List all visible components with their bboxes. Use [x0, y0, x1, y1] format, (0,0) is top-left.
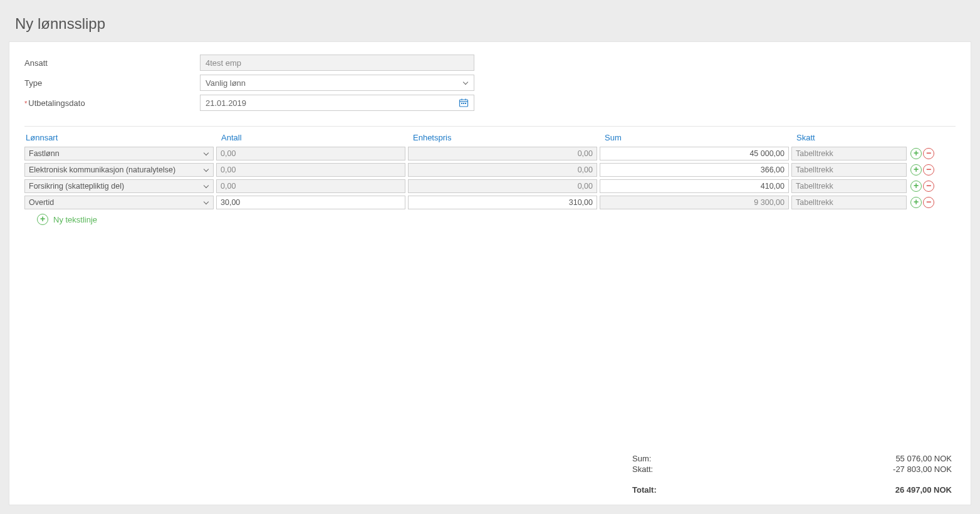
cell-lonnsart-value: Fastlønn	[29, 149, 60, 158]
row-actions: +−	[910, 181, 934, 192]
cell-lonnsart-select[interactable]: Elektronisk kommunikasjon (naturalytelse…	[24, 163, 214, 177]
cell-skatt: Tabelltrekk	[791, 147, 907, 160]
table-row: Forsikring (skattepliktig del)0,000,0041…	[24, 179, 956, 194]
remove-row-button[interactable]: −	[923, 181, 934, 192]
svg-rect-6	[465, 103, 466, 104]
add-row-button[interactable]: +	[910, 148, 922, 159]
header-antall: Antall	[216, 133, 408, 142]
row-date: *Utbetalingsdato 21.01.2019	[24, 95, 956, 111]
chevron-down-icon	[203, 167, 209, 173]
cell-antall: 0,00	[216, 179, 405, 193]
cell-sum[interactable]: 410,00	[600, 179, 789, 193]
add-row-button[interactable]: +	[910, 164, 922, 176]
cell-antall: 0,00	[216, 147, 405, 160]
label-type: Type	[24, 78, 200, 88]
total-skatt-value: -27 803,00 NOK	[893, 464, 952, 474]
add-row-button[interactable]: +	[910, 181, 922, 192]
required-asterisk: *	[24, 100, 27, 107]
total-totalt-value: 26 497,00 NOK	[895, 485, 952, 495]
label-ansatt: Ansatt	[24, 58, 200, 68]
cell-enhetspris[interactable]: 310,00	[408, 196, 597, 209]
row-actions: +−	[910, 148, 934, 159]
grid-header: Lønnsart Antall Enhetspris Sum Skatt	[24, 133, 956, 146]
header-enhetspris: Enhetspris	[408, 133, 600, 142]
cell-enhetspris: 0,00	[408, 179, 597, 193]
cell-skatt: Tabelltrekk	[791, 179, 907, 193]
input-date-value: 21.01.2019	[206, 98, 246, 108]
table-row: Fastlønn0,000,0045 000,00Tabelltrekk+−	[24, 146, 956, 161]
total-sum-line: Sum: 55 076,00 NOK	[632, 454, 952, 463]
header-skatt: Skatt	[791, 133, 908, 142]
row-ansatt: Ansatt 4test emp	[24, 55, 956, 71]
row-type: Type Vanlig lønn	[24, 75, 956, 91]
add-row-button[interactable]: +	[910, 197, 922, 208]
select-type-value: Vanlig lønn	[206, 78, 246, 88]
select-type[interactable]: Vanlig lønn	[200, 75, 474, 91]
total-skatt-label: Skatt:	[632, 464, 653, 474]
divider	[24, 126, 956, 127]
remove-row-button[interactable]: −	[923, 197, 934, 208]
input-ansatt-value: 4test emp	[206, 58, 241, 68]
totals-block: Sum: 55 076,00 NOK Skatt: -27 803,00 NOK…	[24, 454, 956, 496]
cell-lonnsart-value: Overtid	[29, 198, 54, 207]
input-ansatt[interactable]: 4test emp	[200, 55, 474, 71]
cell-sum[interactable]: 366,00	[600, 163, 789, 177]
grid-body: Fastlønn0,000,0045 000,00Tabelltrekk+−El…	[24, 146, 956, 210]
total-sum-label: Sum:	[632, 454, 651, 463]
input-date[interactable]: 21.01.2019	[200, 95, 474, 111]
add-text-line-button[interactable]: + Ny tekstlinje	[24, 214, 956, 225]
chevron-down-icon	[203, 199, 209, 206]
payslip-panel: Ansatt 4test emp Type Vanlig lønn *Utbet…	[9, 41, 971, 505]
header-sum: Sum	[600, 133, 791, 142]
header-lonnsart: Lønnsart	[24, 133, 216, 142]
svg-rect-4	[461, 103, 462, 104]
chevron-down-icon	[462, 80, 469, 86]
label-date: *Utbetalingsdato	[24, 98, 200, 108]
table-row: Elektronisk kommunikasjon (naturalytelse…	[24, 162, 956, 177]
cell-skatt: Tabelltrekk	[791, 163, 907, 177]
cell-lonnsart-value: Elektronisk kommunikasjon (naturalytelse…	[29, 165, 175, 174]
cell-skatt: Tabelltrekk	[791, 196, 907, 209]
label-date-text: Utbetalingsdato	[28, 98, 85, 108]
cell-sum: 9 300,00	[600, 196, 789, 209]
cell-lonnsart-select[interactable]: Overtid	[24, 196, 214, 209]
cell-lonnsart-select[interactable]: Forsikring (skattepliktig del)	[24, 179, 214, 193]
remove-row-button[interactable]: −	[923, 164, 934, 176]
total-sum-value: 55 076,00 NOK	[895, 454, 952, 463]
remove-row-button[interactable]: −	[923, 148, 934, 159]
cell-antall: 0,00	[216, 163, 405, 177]
cell-lonnsart-value: Forsikring (skattepliktig del)	[29, 182, 124, 191]
page-title: Ny lønnsslipp	[0, 0, 980, 41]
chevron-down-icon	[203, 150, 209, 157]
chevron-down-icon	[203, 183, 209, 189]
cell-sum[interactable]: 45 000,00	[600, 147, 789, 160]
cell-enhetspris: 0,00	[408, 147, 597, 160]
svg-rect-5	[463, 103, 464, 104]
plus-icon: +	[37, 214, 48, 225]
cell-enhetspris: 0,00	[408, 163, 597, 177]
total-skatt-line: Skatt: -27 803,00 NOK	[632, 464, 952, 474]
row-actions: +−	[910, 197, 934, 208]
cell-lonnsart-select[interactable]: Fastlønn	[24, 147, 214, 160]
total-totalt-line: Totalt: 26 497,00 NOK	[632, 485, 952, 495]
row-actions: +−	[910, 164, 934, 176]
add-text-line-label: Ny tekstlinje	[53, 215, 97, 224]
cell-antall[interactable]: 30,00	[216, 196, 405, 209]
table-row: Overtid30,00310,009 300,00Tabelltrekk+−	[24, 195, 956, 210]
calendar-icon[interactable]	[459, 98, 469, 108]
total-totalt-label: Totalt:	[632, 485, 657, 495]
